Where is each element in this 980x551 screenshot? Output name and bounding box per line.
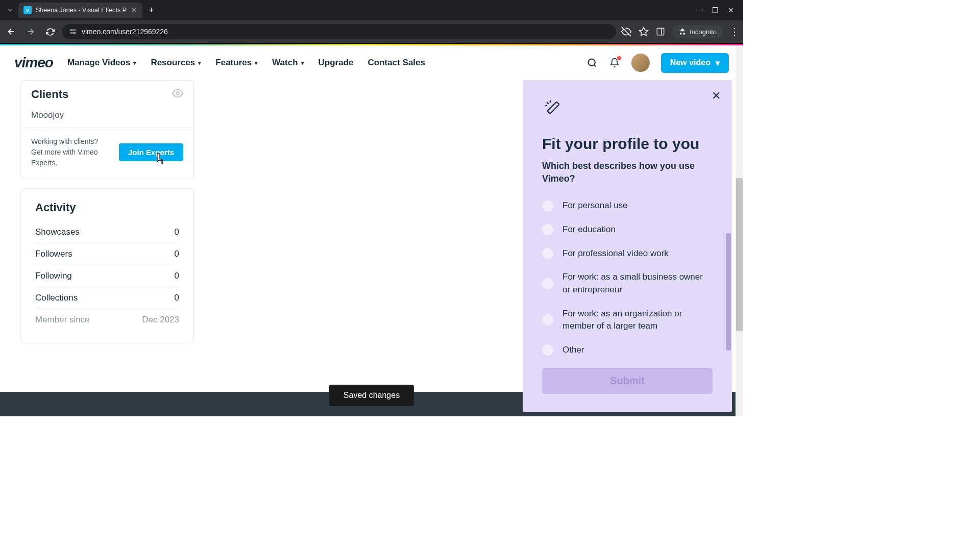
site-settings-icon[interactable] [69,28,77,35]
radio-icon [542,248,553,259]
svg-line-8 [594,65,596,67]
visibility-icon[interactable] [172,88,183,101]
incognito-label: Incognito [690,28,717,36]
activity-row[interactable]: Collections0 [35,287,179,309]
chevron-down-icon: ▾ [198,60,201,66]
nav-watch[interactable]: Watch▾ [272,58,304,68]
profile-survey-panel: ✕ Fit your profile to you Which best des… [523,80,732,412]
nav-features[interactable]: Features▾ [215,58,258,68]
site-header: vimeo Manage Videos▾ Resources▾ Features… [0,45,743,80]
toast-saved: Saved changes [329,385,414,406]
tab-title: Sheena Jones - Visual Effects P [36,7,127,14]
notification-dot [617,56,621,60]
window-controls: — ❐ ✕ [696,6,739,14]
avatar[interactable] [631,54,650,72]
radio-icon [542,344,553,356]
forward-button[interactable] [23,24,38,39]
header-actions: New video ▾ [586,53,729,73]
join-experts-button[interactable]: Join Experts [119,143,183,161]
back-button[interactable] [4,24,18,39]
favicon-icon: v [23,6,32,14]
close-window-icon[interactable]: ✕ [728,6,734,14]
client-item[interactable]: Moodjoy [21,105,193,128]
panel-subtitle: Which best describes how you use Vimeo? [542,160,713,185]
activity-card: Activity Showcases0 Followers0 Following… [20,188,194,343]
address-right-icons: Incognito ⋮ [621,25,739,38]
close-panel-icon[interactable]: ✕ [712,89,721,103]
radio-icon [542,278,553,289]
survey-option[interactable]: For personal use [542,199,713,212]
nav-contact-sales[interactable]: Contact Sales [368,58,425,68]
maximize-icon[interactable]: ❐ [712,6,719,14]
tab-close-icon[interactable]: ✕ [131,6,137,15]
radio-icon [542,201,553,212]
radio-icon [542,224,553,235]
svg-point-2 [71,30,72,31]
survey-option[interactable]: For work: as a small business owner or e… [542,271,713,296]
scrollbar-thumb[interactable] [726,233,731,350]
main-content: Clients Moodjoy Working with clients? Ge… [0,80,743,416]
chevron-down-icon: ▾ [255,60,258,66]
nav-resources[interactable]: Resources▾ [151,58,201,68]
survey-option[interactable]: For education [542,223,713,236]
panel-scrollbar[interactable] [725,80,731,412]
activity-row[interactable]: Showcases0 [35,221,179,243]
address-bar: vimeo.com/user212969226 Incognito ⋮ [0,20,743,44]
chevron-down-icon: ▾ [301,60,304,66]
vimeo-logo[interactable]: vimeo [14,55,53,71]
experts-pitch: Working with clients? Get more with Vime… [31,136,111,168]
clients-card: Clients Moodjoy Working with clients? Ge… [20,80,194,179]
search-icon[interactable] [586,57,598,68]
wand-icon [542,97,713,122]
activity-row[interactable]: Following0 [35,265,179,287]
page-scrollbar[interactable] [736,45,743,416]
submit-button[interactable]: Submit [542,368,713,394]
browser-chrome: v Sheena Jones - Visual Effects P ✕ + — … [0,0,743,44]
survey-option[interactable]: For professional video work [542,247,713,260]
nav-manage-videos[interactable]: Manage Videos▾ [67,58,136,68]
activity-row: Member sinceDec 2023 [35,309,179,331]
tab-bar: v Sheena Jones - Visual Effects P ✕ + — … [0,0,743,20]
incognito-icon [678,28,687,36]
svg-rect-10 [547,102,559,113]
nav-upgrade[interactable]: Upgrade [318,58,354,68]
incognito-badge[interactable]: Incognito [672,25,723,38]
eye-off-icon[interactable] [621,27,631,37]
survey-option[interactable]: For work: as an organization or member o… [542,308,713,333]
scrollbar-thumb[interactable] [736,178,743,331]
chevron-down-icon: ▾ [716,58,720,68]
svg-rect-5 [657,28,664,35]
new-video-button[interactable]: New video ▾ [661,53,729,73]
minimize-icon[interactable]: — [696,6,703,14]
radio-icon [542,314,553,325]
side-panel-icon[interactable] [656,27,665,36]
survey-option[interactable]: Other [542,344,713,357]
url-field[interactable]: vimeo.com/user212969226 [62,24,616,39]
activity-title: Activity [35,201,179,214]
new-tab-button[interactable]: + [144,3,158,18]
browser-tab[interactable]: v Sheena Jones - Visual Effects P ✕ [18,3,142,18]
url-text: vimeo.com/user212969226 [82,28,168,36]
chevron-down-icon: ▾ [133,60,136,66]
panel-title: Fit your profile to you [542,135,713,153]
svg-marker-4 [640,28,648,36]
activity-row[interactable]: Followers0 [35,243,179,265]
main-nav: Manage Videos▾ Resources▾ Features▾ Watc… [67,58,425,68]
svg-point-3 [74,33,75,33]
clients-title: Clients [31,88,68,101]
tab-search-icon[interactable] [4,4,16,16]
reload-button[interactable] [43,24,57,39]
svg-point-7 [588,59,595,66]
notifications-icon[interactable] [609,57,620,68]
svg-point-9 [176,92,179,95]
browser-menu-icon[interactable]: ⋮ [730,26,739,37]
bookmark-star-icon[interactable] [639,27,649,37]
